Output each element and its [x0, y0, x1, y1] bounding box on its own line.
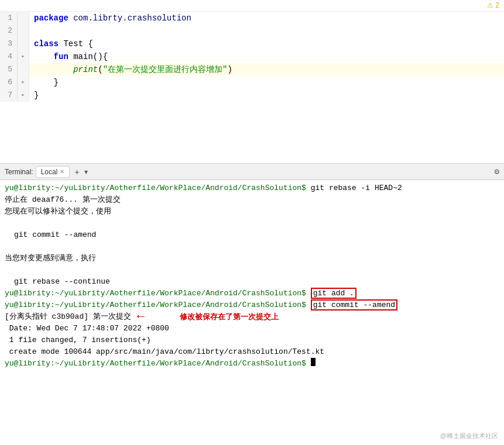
line-content-7: }	[29, 89, 504, 102]
term-out-6: 当您对变更感到满意，执行	[5, 253, 96, 264]
terminal-line-blank3	[5, 264, 499, 276]
terminal-line-cmd4: yu@librity:~/yuLibrity/Aotherfile/WorkPl…	[5, 358, 499, 370]
term-cmd-3: git commit --amend	[306, 299, 397, 311]
terminal-down-button[interactable]: ▾	[84, 168, 88, 176]
code-lines: 1 package com.librty.crashsolution 2 3 c…	[0, 12, 504, 163]
line-number-1: 1	[0, 12, 18, 25]
terminal-line-out2: 您现在可以修补这个提交，使用	[5, 206, 499, 218]
term-out-2: 您现在可以修补这个提交，使用	[5, 206, 111, 218]
line-content-3: class Test {	[29, 37, 504, 50]
terminal-tab-local[interactable]: Local ✕	[36, 166, 70, 178]
line-gutter-5	[18, 63, 29, 76]
terminal-add-button[interactable]: +	[72, 167, 81, 177]
indent-5	[34, 63, 73, 76]
brace-close-7: }	[34, 89, 39, 102]
terminal-label: Terminal:	[5, 168, 33, 176]
gutter-arrow-4: ▸	[21, 50, 25, 63]
line-number-5: 5	[0, 63, 18, 76]
term-out-10: Date: Wed Dec 7 17:48:07 2022 +0800	[5, 323, 169, 334]
terminal-toolbar: Terminal: Local ✕ + ▾ ⚙	[0, 164, 504, 180]
term-cmd-4	[306, 358, 311, 370]
code-editor: ⚠ 2 1 package com.librty.crashsolution 2…	[0, 0, 504, 164]
term-out-11: 1 file changed, 7 insertions(+)	[5, 334, 151, 346]
line-number-7: 7	[0, 89, 18, 102]
line-content-1: package com.librty.crashsolution	[29, 12, 504, 25]
fn-main: main(){	[73, 50, 108, 63]
annotation-text: 修改被保存在了第一次提交上	[180, 311, 279, 323]
paren-close-5: )	[227, 63, 232, 76]
paren-open-5: (	[98, 63, 102, 76]
watermark: @稀土掘金技术社区	[440, 430, 498, 441]
line-number-2: 2	[0, 25, 18, 37]
line-number-4: 4	[0, 50, 18, 63]
code-line-2: 2	[0, 25, 504, 37]
keyword-class: class	[34, 37, 63, 50]
terminal-line-out11: 1 file changed, 7 insertions(+)	[5, 334, 499, 346]
code-line-7: 7 ▸ }	[0, 89, 504, 102]
terminal-line-out6: 当您对变更感到满意，执行	[5, 253, 499, 264]
terminal-line-cmd2: yu@librity:~/yuLibrity/Aotherfile/WorkPl…	[5, 288, 499, 299]
terminal-area: Terminal: Local ✕ + ▾ ⚙ yu@librity:~/yuL…	[0, 164, 504, 445]
brace-close-6: }	[54, 76, 59, 89]
line-number-3: 3	[0, 37, 18, 50]
term-out-12: create mode 100644 app/src/main/java/com…	[5, 346, 324, 358]
terminal-line-blank1	[5, 218, 499, 229]
terminal-cursor	[311, 358, 316, 366]
indent-4	[34, 50, 54, 63]
terminal-tab-name: Local	[41, 168, 58, 176]
line-content-5: print("在第一次提交里面进行内容增加")	[29, 63, 504, 76]
keyword-fun: fun	[54, 50, 74, 63]
annotated-cmd-3: git commit --amend	[311, 299, 397, 311]
term-prompt-1: yu@librity:~/yuLibrity/Aotherfile/WorkPl…	[5, 182, 306, 194]
terminal-line-indent2: git rebase --continue	[5, 276, 499, 288]
editor-topbar: ⚠ 2	[0, 0, 504, 12]
code-line-4: 4 ▸ fun main(){	[0, 50, 504, 63]
gutter-arrow-7: ▸	[21, 89, 25, 102]
string-value-5: "在第一次提交里面进行内容增加"	[103, 63, 228, 76]
term-out-9: [分离头指针 c3b90ad] 第一次提交	[5, 311, 131, 323]
term-prompt-4: yu@librity:~/yuLibrity/Aotherfile/WorkPl…	[5, 358, 306, 370]
code-line-3: 3 class Test {	[0, 37, 504, 50]
code-line-5: 5 print("在第一次提交里面进行内容增加")	[0, 63, 504, 76]
gutter-arrow-6: ▸	[21, 76, 25, 89]
term-indent-1: git commit --amend	[14, 229, 96, 241]
terminal-line-out1: 停止在 deaaf76... 第一次提交	[5, 194, 499, 206]
term-cmd-2: git add .	[306, 288, 356, 299]
terminal-line-cmd3: yu@librity:~/yuLibrity/Aotherfile/WorkPl…	[5, 299, 499, 311]
line-number-6: 6	[0, 76, 18, 89]
class-name: Test	[63, 37, 88, 50]
line-gutter-6: ▸	[18, 76, 29, 89]
keyword-package: package	[34, 12, 73, 25]
line-gutter-1	[18, 12, 29, 25]
terminal-tab-close[interactable]: ✕	[60, 168, 64, 175]
code-line-6: 6 ▸ }	[0, 76, 504, 89]
line-gutter-3	[18, 37, 29, 50]
terminal-line-out10: Date: Wed Dec 7 17:48:07 2022 +0800	[5, 323, 499, 334]
brace-open-3: {	[88, 37, 92, 50]
terminal-line-indent1: git commit --amend	[5, 229, 499, 241]
term-indent-2: git rebase --continue	[14, 276, 110, 288]
term-cmd-1: git rebase -i HEAD~2	[306, 182, 402, 194]
terminal-content[interactable]: yu@librity:~/yuLibrity/Aotherfile/WorkPl…	[0, 180, 504, 445]
warning-badge: ⚠ 2	[487, 1, 499, 10]
annotation-arrow: ←	[137, 311, 145, 323]
line-content-4: fun main(){	[29, 50, 504, 63]
code-line-1: 1 package com.librty.crashsolution	[0, 12, 504, 25]
line-content-6: }	[29, 76, 504, 89]
line-gutter-4: ▸	[18, 50, 29, 63]
line-gutter-2	[18, 25, 29, 37]
terminal-line-blank2	[5, 241, 499, 253]
terminal-line-out12: create mode 100644 app/src/main/java/com…	[5, 346, 499, 358]
pkg-name: com.librty.crashsolution	[73, 12, 191, 25]
term-prompt-3: yu@librity:~/yuLibrity/Aotherfile/WorkPl…	[5, 299, 306, 311]
terminal-gear-icon[interactable]: ⚙	[495, 167, 499, 177]
indent-6	[34, 76, 54, 89]
term-prompt-2: yu@librity:~/yuLibrity/Aotherfile/WorkPl…	[5, 288, 306, 299]
annotated-cmd-2: git add .	[311, 288, 356, 299]
fn-print: print	[73, 63, 98, 76]
line-gutter-7: ▸	[18, 89, 29, 102]
terminal-line-cmd1: yu@librity:~/yuLibrity/Aotherfile/WorkPl…	[5, 182, 499, 194]
line-content-2	[29, 25, 504, 37]
arrow-row: [分离头指针 c3b90ad] 第一次提交 ← 修改被保存在了第一次提交上	[5, 311, 499, 323]
term-out-1: 停止在 deaaf76... 第一次提交	[5, 194, 121, 206]
